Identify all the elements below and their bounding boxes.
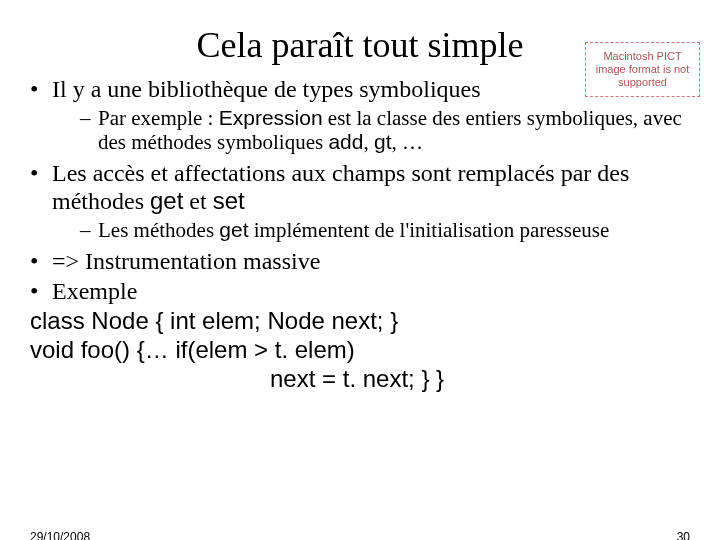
bullet-2: Les accès et affectations aux champs son… (30, 160, 690, 242)
bullet2-et: et (183, 188, 212, 214)
sub2-get: get (219, 218, 248, 241)
sub1-gt: gt (374, 130, 392, 153)
bullet-3: => Instrumentation massive (30, 248, 690, 276)
bullet2-part-a: Les accès et affectations aux champs son… (52, 160, 629, 215)
sub2-part-c: implémentent de l'initialisation paresse… (249, 218, 610, 242)
code-line-2: void foo() {… if(elem > t. elem) (30, 336, 355, 363)
sub1-add: add (328, 130, 363, 153)
sub2-part-a: Les méthodes (98, 218, 219, 242)
sub1-part-a: Par exemple : (98, 106, 219, 130)
footer-date: 29/10/2008 (30, 530, 90, 540)
bullet-1-text: Il y a une bibliothèque de types symboli… (52, 76, 481, 102)
sub1-comma: , (363, 130, 374, 154)
slide: Macintosh PICT image format is not suppo… (0, 24, 720, 540)
slide-content: Il y a une bibliothèque de types symboli… (0, 76, 720, 394)
bullet-1: Il y a une bibliothèque de types symboli… (30, 76, 690, 154)
code-line-3: next = t. next; } } (270, 365, 444, 392)
code-block: class Node { int elem; Node next; } void… (30, 307, 690, 393)
bullet-3-text: => Instrumentation massive (52, 248, 320, 274)
sub1-expression: Expression (219, 106, 323, 129)
sub-bullet-1: Par exemple : Expression est la classe d… (80, 106, 690, 154)
sub-bullet-2: Les méthodes get implémentent de l'initi… (80, 218, 690, 242)
code-line-1: class Node { int elem; Node next; } (30, 307, 398, 334)
sub1-ellipsis: , … (391, 130, 423, 154)
bullet2-get: get (150, 187, 183, 214)
bullet2-set: set (213, 187, 245, 214)
bullet-4-text: Exemple (52, 278, 137, 304)
footer-page-number: 30 (677, 530, 690, 540)
bullet-4: Exemple (30, 278, 690, 306)
